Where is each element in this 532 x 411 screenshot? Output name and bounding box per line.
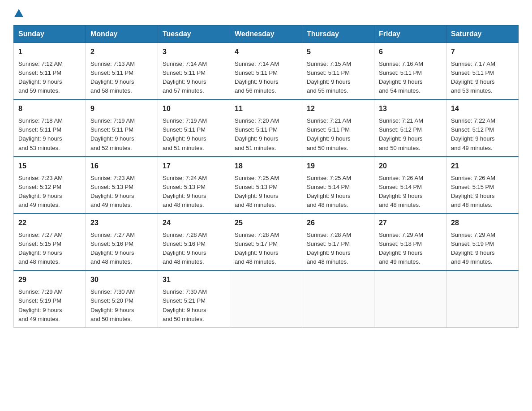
day-info: Sunrise: 7:13 AMSunset: 5:11 PMDaylight:… xyxy=(90,60,153,96)
weekday-header-row: SundayMondayTuesdayWednesdayThursdayFrid… xyxy=(14,26,519,43)
day-number: 29 xyxy=(18,274,81,286)
calendar-day-cell: 1Sunrise: 7:12 AMSunset: 5:11 PMDaylight… xyxy=(14,43,86,100)
calendar-week-row: 8Sunrise: 7:18 AMSunset: 5:11 PMDaylight… xyxy=(14,99,519,156)
day-info: Sunrise: 7:28 AMSunset: 5:17 PMDaylight:… xyxy=(307,231,369,267)
day-number: 11 xyxy=(235,103,297,115)
day-number: 8 xyxy=(18,103,81,115)
day-number: 26 xyxy=(307,218,369,229)
day-info: Sunrise: 7:25 AMSunset: 5:13 PMDaylight:… xyxy=(235,174,297,210)
day-number: 10 xyxy=(163,103,225,115)
day-info: Sunrise: 7:29 AMSunset: 5:18 PMDaylight:… xyxy=(379,231,442,267)
calendar-day-cell: 5Sunrise: 7:15 AMSunset: 5:11 PMDaylight… xyxy=(302,43,374,100)
day-info: Sunrise: 7:29 AMSunset: 5:19 PMDaylight:… xyxy=(18,287,81,324)
day-number: 22 xyxy=(18,218,81,229)
day-info: Sunrise: 7:14 AMSunset: 5:11 PMDaylight:… xyxy=(163,60,225,96)
day-number: 7 xyxy=(451,47,514,58)
calendar-day-cell: 10Sunrise: 7:19 AMSunset: 5:11 PMDayligh… xyxy=(158,99,230,156)
weekday-header-tuesday: Tuesday xyxy=(158,26,230,43)
day-info: Sunrise: 7:15 AMSunset: 5:11 PMDaylight:… xyxy=(307,60,369,96)
day-number: 3 xyxy=(163,47,225,58)
day-info: Sunrise: 7:16 AMSunset: 5:11 PMDaylight:… xyxy=(379,60,442,96)
calendar-day-cell: 19Sunrise: 7:25 AMSunset: 5:14 PMDayligh… xyxy=(302,157,374,214)
day-number: 18 xyxy=(235,161,297,172)
day-number: 25 xyxy=(235,218,297,229)
weekday-header-friday: Friday xyxy=(374,26,446,43)
day-info: Sunrise: 7:27 AMSunset: 5:16 PMDaylight:… xyxy=(90,231,153,267)
weekday-header-monday: Monday xyxy=(86,26,158,43)
day-number: 2 xyxy=(90,47,153,58)
day-number: 5 xyxy=(307,47,369,58)
calendar-week-row: 29Sunrise: 7:29 AMSunset: 5:19 PMDayligh… xyxy=(14,270,519,327)
day-info: Sunrise: 7:14 AMSunset: 5:11 PMDaylight:… xyxy=(235,60,297,96)
calendar-day-cell: 25Sunrise: 7:28 AMSunset: 5:17 PMDayligh… xyxy=(230,214,302,270)
page-header xyxy=(13,9,519,17)
day-info: Sunrise: 7:18 AMSunset: 5:11 PMDaylight:… xyxy=(18,116,81,153)
day-info: Sunrise: 7:25 AMSunset: 5:14 PMDaylight:… xyxy=(307,174,369,210)
day-number: 31 xyxy=(163,274,225,286)
day-number: 6 xyxy=(379,47,442,58)
calendar-day-cell: 20Sunrise: 7:26 AMSunset: 5:14 PMDayligh… xyxy=(374,157,446,214)
calendar-day-cell: 3Sunrise: 7:14 AMSunset: 5:11 PMDaylight… xyxy=(158,43,230,100)
logo xyxy=(13,9,24,17)
day-number: 19 xyxy=(307,161,369,172)
calendar-day-cell: 29Sunrise: 7:29 AMSunset: 5:19 PMDayligh… xyxy=(14,270,86,327)
day-number: 4 xyxy=(235,47,297,58)
day-number: 9 xyxy=(90,103,153,115)
calendar-day-cell: 14Sunrise: 7:22 AMSunset: 5:12 PMDayligh… xyxy=(446,99,519,156)
day-info: Sunrise: 7:19 AMSunset: 5:11 PMDaylight:… xyxy=(163,116,225,153)
day-number: 16 xyxy=(90,161,153,172)
weekday-header-sunday: Sunday xyxy=(14,26,86,43)
day-info: Sunrise: 7:17 AMSunset: 5:11 PMDaylight:… xyxy=(451,60,514,96)
calendar-day-cell xyxy=(302,270,374,327)
day-info: Sunrise: 7:27 AMSunset: 5:15 PMDaylight:… xyxy=(18,231,81,267)
day-number: 21 xyxy=(451,161,514,172)
calendar-day-cell: 11Sunrise: 7:20 AMSunset: 5:11 PMDayligh… xyxy=(230,99,302,156)
day-number: 1 xyxy=(18,47,81,58)
calendar-day-cell: 12Sunrise: 7:21 AMSunset: 5:11 PMDayligh… xyxy=(302,99,374,156)
day-number: 28 xyxy=(451,218,514,229)
logo-triangle-icon xyxy=(14,9,23,17)
day-info: Sunrise: 7:24 AMSunset: 5:13 PMDaylight:… xyxy=(163,174,225,210)
day-info: Sunrise: 7:26 AMSunset: 5:14 PMDaylight:… xyxy=(379,174,442,210)
day-info: Sunrise: 7:19 AMSunset: 5:11 PMDaylight:… xyxy=(90,116,153,153)
day-info: Sunrise: 7:21 AMSunset: 5:12 PMDaylight:… xyxy=(379,116,442,153)
day-info: Sunrise: 7:30 AMSunset: 5:21 PMDaylight:… xyxy=(163,287,225,324)
calendar-day-cell: 21Sunrise: 7:26 AMSunset: 5:15 PMDayligh… xyxy=(446,157,519,214)
calendar-day-cell: 4Sunrise: 7:14 AMSunset: 5:11 PMDaylight… xyxy=(230,43,302,100)
calendar-day-cell: 7Sunrise: 7:17 AMSunset: 5:11 PMDaylight… xyxy=(446,43,519,100)
calendar-day-cell xyxy=(230,270,302,327)
day-number: 12 xyxy=(307,103,369,115)
calendar-day-cell: 15Sunrise: 7:23 AMSunset: 5:12 PMDayligh… xyxy=(14,157,86,214)
day-number: 27 xyxy=(379,218,442,229)
day-info: Sunrise: 7:29 AMSunset: 5:19 PMDaylight:… xyxy=(451,231,514,267)
calendar-day-cell: 6Sunrise: 7:16 AMSunset: 5:11 PMDaylight… xyxy=(374,43,446,100)
weekday-header-wednesday: Wednesday xyxy=(230,26,302,43)
calendar-table: SundayMondayTuesdayWednesdayThursdayFrid… xyxy=(13,25,519,328)
calendar-day-cell xyxy=(374,270,446,327)
calendar-day-cell: 27Sunrise: 7:29 AMSunset: 5:18 PMDayligh… xyxy=(374,214,446,270)
calendar-day-cell: 24Sunrise: 7:28 AMSunset: 5:16 PMDayligh… xyxy=(158,214,230,270)
day-info: Sunrise: 7:28 AMSunset: 5:16 PMDaylight:… xyxy=(163,231,225,267)
day-number: 24 xyxy=(163,218,225,229)
calendar-day-cell: 28Sunrise: 7:29 AMSunset: 5:19 PMDayligh… xyxy=(446,214,519,270)
calendar-day-cell: 18Sunrise: 7:25 AMSunset: 5:13 PMDayligh… xyxy=(230,157,302,214)
calendar-day-cell: 23Sunrise: 7:27 AMSunset: 5:16 PMDayligh… xyxy=(86,214,158,270)
calendar-day-cell: 8Sunrise: 7:18 AMSunset: 5:11 PMDaylight… xyxy=(14,99,86,156)
day-number: 30 xyxy=(90,274,153,286)
calendar-day-cell: 31Sunrise: 7:30 AMSunset: 5:21 PMDayligh… xyxy=(158,270,230,327)
day-number: 13 xyxy=(379,103,442,115)
calendar-day-cell: 30Sunrise: 7:30 AMSunset: 5:20 PMDayligh… xyxy=(86,270,158,327)
weekday-header-thursday: Thursday xyxy=(302,26,374,43)
day-info: Sunrise: 7:23 AMSunset: 5:13 PMDaylight:… xyxy=(90,174,153,210)
day-info: Sunrise: 7:26 AMSunset: 5:15 PMDaylight:… xyxy=(451,174,514,210)
calendar-day-cell: 2Sunrise: 7:13 AMSunset: 5:11 PMDaylight… xyxy=(86,43,158,100)
day-info: Sunrise: 7:22 AMSunset: 5:12 PMDaylight:… xyxy=(451,116,514,153)
calendar-day-cell xyxy=(446,270,519,327)
calendar-week-row: 22Sunrise: 7:27 AMSunset: 5:15 PMDayligh… xyxy=(14,214,519,270)
calendar-day-cell: 9Sunrise: 7:19 AMSunset: 5:11 PMDaylight… xyxy=(86,99,158,156)
day-info: Sunrise: 7:12 AMSunset: 5:11 PMDaylight:… xyxy=(18,60,81,96)
calendar-week-row: 1Sunrise: 7:12 AMSunset: 5:11 PMDaylight… xyxy=(14,43,519,100)
day-info: Sunrise: 7:30 AMSunset: 5:20 PMDaylight:… xyxy=(90,287,153,324)
calendar-day-cell: 16Sunrise: 7:23 AMSunset: 5:13 PMDayligh… xyxy=(86,157,158,214)
day-info: Sunrise: 7:23 AMSunset: 5:12 PMDaylight:… xyxy=(18,174,81,210)
